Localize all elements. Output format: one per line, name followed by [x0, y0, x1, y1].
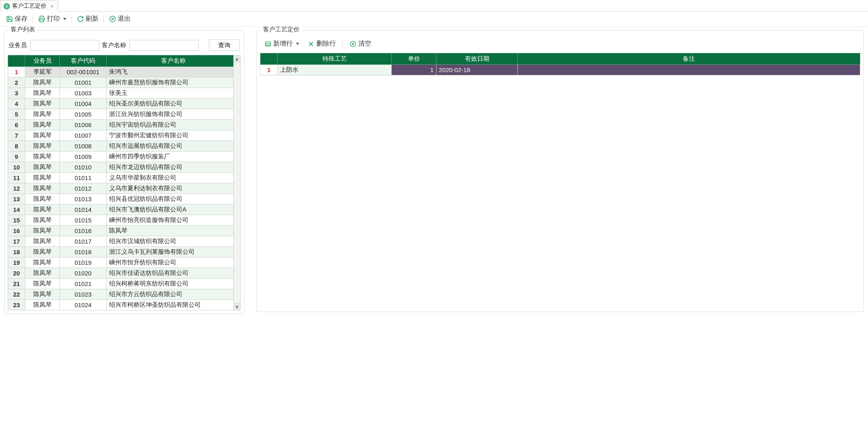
table-row[interactable]: 10陈凤琴01010绍兴市龙迈纺织品有限公司	[8, 162, 241, 173]
cell-name[interactable]: 绍兴市龙迈纺织品有限公司	[107, 162, 241, 173]
table-row[interactable]: 22陈凤琴01023绍兴市方云纺织品有限公司	[8, 289, 241, 300]
cell-code[interactable]: 01003	[60, 88, 107, 99]
table-row[interactable]: 6陈凤琴01006绍兴宇宙纺织品有限公司	[8, 120, 241, 130]
cell-code[interactable]: 01008	[60, 141, 107, 152]
cell-code[interactable]: 01017	[60, 236, 107, 247]
cell-sales[interactable]: 陈凤琴	[25, 300, 60, 310]
cell-name[interactable]: 绍兴柯桥蒋明东纺织有限公司	[107, 279, 241, 289]
cell-name[interactable]: 绍兴市柯桥区坤圣纺织品有限公司	[107, 300, 241, 310]
cell-code[interactable]: 01001	[60, 77, 107, 88]
cell-sales[interactable]: 陈凤琴	[25, 162, 60, 173]
cell-code[interactable]: 01009	[60, 152, 107, 162]
cell-sales[interactable]: 陈凤琴	[25, 183, 60, 194]
table-row[interactable]: 16陈凤琴01016陈凤琴	[8, 226, 241, 236]
cell-sales[interactable]: 陈凤琴	[25, 109, 60, 120]
cell-name[interactable]: 义乌市华星制衣有限公司	[107, 173, 241, 183]
table-row[interactable]: 15陈凤琴01015嵊州市怡亮织造服饰有限公司	[8, 215, 241, 226]
cell-sales[interactable]: 陈凤琴	[25, 257, 60, 268]
cell-name[interactable]: 浙江义乌卡瓦列莱服饰有限公司	[107, 247, 241, 257]
cell-code[interactable]: 01015	[60, 215, 107, 226]
cell-date[interactable]: 2020-02-18	[436, 65, 518, 75]
cell-note[interactable]	[518, 65, 860, 75]
cell-name[interactable]: 绍兴市汉城纺织有限公司	[107, 236, 241, 247]
table-row[interactable]: 12陈凤琴01012义乌市夏利达制衣有限公司	[8, 183, 241, 194]
customer-grid[interactable]: 业务员 客户代码 客户名称 1李延军002-001001朱鸿飞2陈凤琴01001…	[8, 55, 241, 310]
cell-process[interactable]: 上防水	[278, 65, 392, 75]
table-row[interactable]: 3陈凤琴01003张美玉	[8, 88, 241, 99]
cell-code[interactable]: 01007	[60, 130, 107, 141]
cell-name[interactable]: 朱鸿飞	[107, 67, 241, 77]
cell-code[interactable]: 01006	[60, 120, 107, 130]
col-header-name[interactable]: 客户名称	[107, 55, 241, 67]
refresh-button[interactable]: 刷新	[73, 14, 102, 24]
cell-code[interactable]: 01024	[60, 300, 107, 310]
table-row[interactable]: 23陈凤琴01024绍兴市柯桥区坤圣纺织品有限公司	[8, 300, 241, 310]
col-header-code[interactable]: 客户代码	[60, 55, 107, 67]
vertical-scrollbar[interactable]: ▲ ▼	[233, 55, 241, 310]
cell-code[interactable]: 01004	[60, 99, 107, 109]
cell-sales[interactable]: 李延军	[25, 67, 60, 77]
col-header-date[interactable]: 有效日期	[436, 53, 518, 65]
clear-button[interactable]: 清空	[346, 39, 375, 49]
cell-code[interactable]: 01012	[60, 183, 107, 194]
cell-name[interactable]: 绍兴市远展纺织品有限公司	[107, 141, 241, 152]
cell-name[interactable]: 嵊州市嘉慧纺织服饰有限公司	[107, 77, 241, 88]
cell-sales[interactable]: 陈凤琴	[25, 268, 60, 279]
cell-code[interactable]: 01010	[60, 162, 107, 173]
table-row[interactable]: 1上防水12020-02-18	[261, 65, 860, 75]
salesperson-input[interactable]	[30, 40, 99, 51]
cell-name[interactable]: 宁波市鄞州宏健纺织有限公司	[107, 130, 241, 141]
cell-code[interactable]: 01016	[60, 226, 107, 236]
cell-sales[interactable]: 陈凤琴	[25, 88, 60, 99]
add-row-button[interactable]: 新增行	[261, 39, 302, 49]
table-row[interactable]: 21陈凤琴01021绍兴柯桥蒋明东纺织有限公司	[8, 279, 241, 289]
cell-code[interactable]: 01014	[60, 205, 107, 215]
cell-sales[interactable]: 陈凤琴	[25, 99, 60, 109]
table-row[interactable]: 5陈凤琴01005浙江欣兴纺织服饰有限公司	[8, 109, 241, 120]
cell-sales[interactable]: 陈凤琴	[25, 77, 60, 88]
cell-name[interactable]: 嵊州市四季纺织服装厂	[107, 152, 241, 162]
col-header-note[interactable]: 备注	[518, 53, 860, 65]
cell-code[interactable]: 01019	[60, 257, 107, 268]
col-header-process[interactable]: 特殊工艺	[278, 53, 392, 65]
cell-name[interactable]: 绍兴市方云纺织品有限公司	[107, 289, 241, 300]
cell-sales[interactable]: 陈凤琴	[25, 205, 60, 215]
table-row[interactable]: 19陈凤琴01019嵊州市恒升纺织有限公司	[8, 257, 241, 268]
table-row[interactable]: 1李延军002-001001朱鸿飞	[8, 67, 241, 77]
exit-button[interactable]: 退出	[105, 14, 134, 24]
cell-code[interactable]: 01020	[60, 268, 107, 279]
table-row[interactable]: 8陈凤琴01008绍兴市远展纺织品有限公司	[8, 141, 241, 152]
cell-sales[interactable]: 陈凤琴	[25, 215, 60, 226]
print-button[interactable]: 打印	[35, 14, 70, 24]
save-button[interactable]: 保存	[2, 14, 31, 24]
cell-sales[interactable]: 陈凤琴	[25, 173, 60, 183]
cell-name[interactable]: 绍兴宇宙纺织品有限公司	[107, 120, 241, 130]
cell-price[interactable]: 1	[392, 65, 436, 75]
cell-name[interactable]: 绍兴市佳诺达纺织品有限公司	[107, 268, 241, 279]
cell-sales[interactable]: 陈凤琴	[25, 236, 60, 247]
col-header-price[interactable]: 单价	[392, 53, 436, 65]
scroll-up-icon[interactable]: ▲	[234, 55, 240, 62]
query-button[interactable]: 查询	[209, 40, 240, 51]
cell-sales[interactable]: 陈凤琴	[25, 226, 60, 236]
table-row[interactable]: 20陈凤琴01020绍兴市佳诺达纺织品有限公司	[8, 268, 241, 279]
cell-code[interactable]: 01013	[60, 194, 107, 205]
cell-sales[interactable]: 陈凤琴	[25, 152, 60, 162]
table-row[interactable]: 18陈凤琴01018浙江义乌卡瓦列莱服饰有限公司	[8, 247, 241, 257]
cell-code[interactable]: 01018	[60, 247, 107, 257]
delete-row-button[interactable]: 删除行	[304, 39, 339, 49]
cell-name[interactable]: 嵊州市怡亮织造服饰有限公司	[107, 215, 241, 226]
cell-name[interactable]: 义乌市夏利达制衣有限公司	[107, 183, 241, 194]
col-header-sales[interactable]: 业务员	[25, 55, 60, 67]
table-row[interactable]: 17陈凤琴01017绍兴市汉城纺织有限公司	[8, 236, 241, 247]
cell-code[interactable]: 01011	[60, 173, 107, 183]
cell-sales[interactable]: 陈凤琴	[25, 279, 60, 289]
customer-name-input[interactable]	[129, 40, 199, 51]
scroll-down-icon[interactable]: ▼	[234, 303, 240, 310]
pricing-grid[interactable]: 特殊工艺 单价 有效日期 备注 1上防水12020-02-18	[260, 53, 860, 75]
cell-code[interactable]: 01021	[60, 279, 107, 289]
table-row[interactable]: 9陈凤琴01009嵊州市四季纺织服装厂	[8, 152, 241, 162]
table-row[interactable]: 4陈凤琴01004绍兴圣尔美纺织品有限公司	[8, 99, 241, 109]
cell-name[interactable]: 嵊州市恒升纺织有限公司	[107, 257, 241, 268]
cell-name[interactable]: 绍兴圣尔美纺织品有限公司	[107, 99, 241, 109]
